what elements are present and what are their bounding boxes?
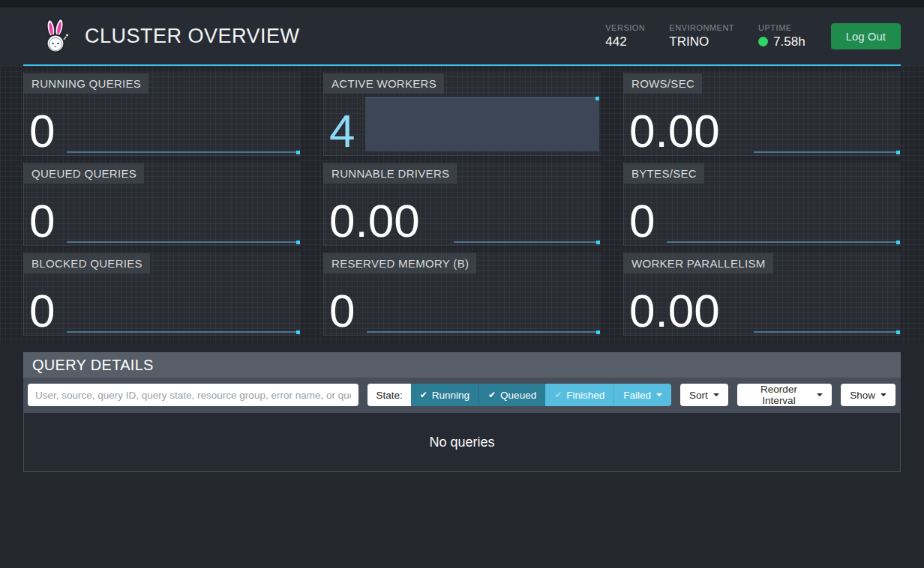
state-filter-finished[interactable]: ✔ Finished: [545, 384, 614, 406]
caret-down-icon: [713, 393, 719, 396]
version-value: 442: [605, 34, 645, 49]
tile-value: 0: [329, 289, 355, 333]
status-dot-icon: [758, 37, 768, 46]
tile-value: 0: [629, 199, 655, 244]
tile-label: RUNNABLE DRIVERS: [324, 163, 457, 184]
environment-label: ENVIRONMENT: [669, 23, 734, 32]
reorder-interval-dropdown[interactable]: Reorder Interval: [737, 384, 832, 406]
uptime-value: 7.58h: [773, 34, 806, 49]
sparkline: [367, 331, 599, 333]
tile-label: BLOCKED QUERIES: [24, 253, 150, 274]
uptime-label: UPTIME: [758, 23, 806, 32]
query-search-input[interactable]: [28, 384, 358, 406]
tile-value: 0.00: [629, 289, 720, 333]
tile-value: 0: [29, 289, 55, 333]
tile-label: ROWS/SEC: [624, 73, 702, 94]
logout-button[interactable]: Log Out: [831, 23, 901, 49]
tile-bytes-per-sec[interactable]: BYTES/SEC 0: [623, 162, 901, 246]
uptime-info: UPTIME 7.58h: [758, 23, 806, 49]
tile-worker-parallelism[interactable]: WORKER PARALLELISM 0.00: [623, 252, 901, 336]
version-info: VERSION 442: [605, 23, 645, 49]
check-icon: ✔: [420, 390, 428, 400]
tile-value: 0.00: [629, 109, 720, 154]
top-strip: [0, 0, 924, 7]
tile-value: 0.00: [329, 199, 420, 244]
tile-running-queries[interactable]: RUNNING QUERIES 0: [23, 72, 301, 156]
sparkline: [754, 151, 899, 153]
navbar: CLUSTER OVERVIEW VERSION 442 ENVIRONMENT…: [0, 7, 924, 66]
sparkline: [754, 331, 899, 333]
state-filter-running[interactable]: ✔ Running: [411, 384, 478, 406]
sort-dropdown[interactable]: Sort: [680, 384, 728, 406]
tile-label: RESERVED MEMORY (B): [324, 253, 476, 274]
tile-value: 0: [29, 199, 55, 244]
sparkline: [67, 241, 299, 243]
check-icon: ✔: [488, 390, 496, 400]
sparkline-area: [365, 97, 599, 151]
tile-value: 4: [329, 109, 355, 154]
caret-down-icon: [880, 393, 886, 396]
trino-bunny-logo: [41, 19, 71, 53]
tile-label: QUEUED QUERIES: [24, 163, 144, 184]
environment-info: ENVIRONMENT TRINO: [669, 23, 734, 49]
sparkline: [67, 331, 299, 333]
sparkline: [67, 151, 299, 153]
tile-runnable-drivers[interactable]: RUNNABLE DRIVERS 0.00: [323, 162, 601, 246]
tile-label: BYTES/SEC: [624, 163, 704, 184]
sparkline: [667, 241, 899, 243]
state-filter-failed-dropdown[interactable]: Failed: [614, 384, 671, 406]
show-dropdown[interactable]: Show: [841, 384, 896, 406]
state-filter-queued[interactable]: ✔ Queued: [478, 384, 545, 406]
tile-queued-queries[interactable]: QUEUED QUERIES 0: [23, 162, 301, 246]
page-title: CLUSTER OVERVIEW: [85, 25, 300, 48]
environment-value: TRINO: [669, 34, 734, 49]
sparkline: [454, 241, 599, 243]
cluster-stats-section: RUNNING QUERIES 0 ACTIVE WORKERS 4 ROWS/…: [0, 66, 924, 343]
query-details-panel: QUERY DETAILS State: ✔ Running ✔ Queued …: [23, 352, 901, 472]
query-details-title: QUERY DETAILS: [23, 352, 901, 378]
caret-down-icon: [656, 393, 662, 396]
query-toolbar: State: ✔ Running ✔ Queued ✔ Finished Fai…: [23, 378, 901, 413]
tile-reserved-memory[interactable]: RESERVED MEMORY (B) 0: [323, 252, 601, 336]
tile-label: ACTIVE WORKERS: [324, 73, 444, 94]
state-filter-group: State: ✔ Running ✔ Queued ✔ Finished Fai…: [368, 384, 671, 406]
tile-value: 0: [29, 109, 55, 154]
tile-active-workers[interactable]: ACTIVE WORKERS 4: [323, 72, 601, 156]
query-list-area: No queries: [23, 413, 901, 472]
tile-label: WORKER PARALLELISM: [624, 253, 773, 274]
state-label: State:: [368, 384, 410, 406]
version-label: VERSION: [605, 23, 645, 32]
check-icon: ✔: [554, 390, 562, 400]
empty-state-message: No queries: [429, 435, 494, 450]
caret-down-icon: [817, 393, 823, 396]
tile-blocked-queries[interactable]: BLOCKED QUERIES 0: [23, 252, 301, 336]
tile-label: RUNNING QUERIES: [24, 73, 148, 94]
tile-rows-per-sec[interactable]: ROWS/SEC 0.00: [623, 72, 901, 156]
